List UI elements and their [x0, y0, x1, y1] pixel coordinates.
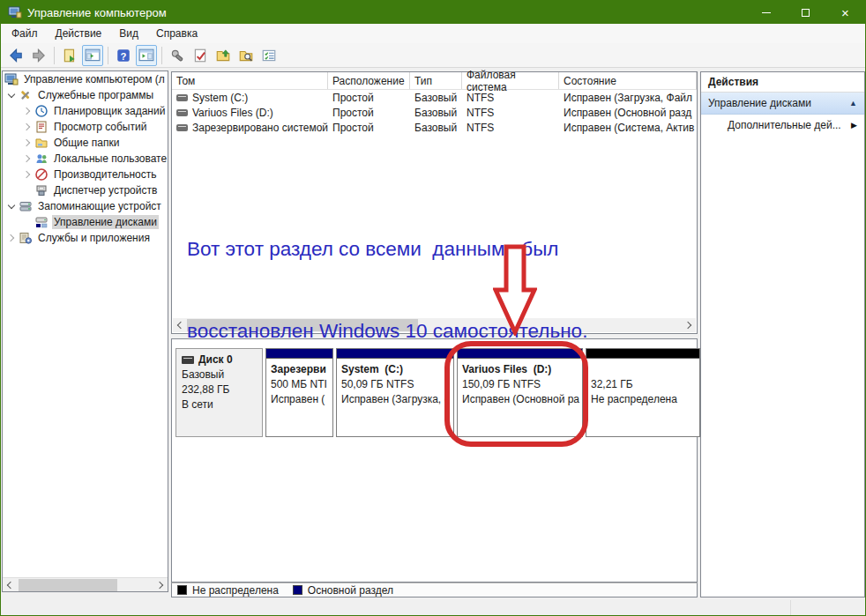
legend-swatch-primary — [293, 585, 302, 595]
back-icon[interactable] — [5, 45, 26, 66]
app-icon — [8, 5, 22, 19]
tools-icon — [19, 88, 33, 102]
check-document-icon[interactable] — [190, 45, 211, 66]
scroll-left-icon[interactable] — [3, 578, 17, 592]
sidebar-item-computer-management[interactable]: Управление компьютером (л — [3, 71, 168, 87]
computer-icon — [4, 72, 19, 86]
toolbar-separator — [161, 47, 162, 64]
shared-folders-icon — [34, 136, 49, 150]
red-down-arrow — [493, 244, 537, 336]
toolbar: ? — [1, 43, 865, 68]
sidebar-item-performance[interactable]: Производительность — [3, 167, 168, 182]
device-tool-icon[interactable] — [167, 45, 188, 66]
column-header-type[interactable]: Тип — [410, 72, 462, 89]
event-viewer-icon — [34, 120, 49, 134]
close-icon[interactable]: × — [825, 1, 865, 24]
column-header-layout[interactable]: Расположение — [328, 72, 410, 89]
legend-label-primary: Основной раздел — [308, 584, 393, 597]
table-row[interactable]: Зарезервировано системой Простой Базовый… — [172, 120, 697, 135]
volume-icon — [176, 109, 188, 116]
red-highlight-ring — [444, 341, 588, 447]
legend-swatch-unallocated — [177, 585, 187, 595]
disk0-info-box[interactable]: Диск 0 Базовый 232,88 ГБ В сети — [175, 348, 263, 437]
column-header-status[interactable]: Состояние — [559, 72, 697, 89]
toolbar-separator — [108, 47, 108, 64]
scroll-right-icon[interactable] — [153, 578, 168, 592]
scrollbar-thumb[interactable] — [19, 579, 117, 591]
sidebar-item-device-manager[interactable]: Диспетчер устройств — [3, 182, 168, 198]
partition-unallocated[interactable]: 32,21 ГБ Не распределена — [586, 348, 700, 437]
chevron-placeholder — [20, 183, 34, 197]
partition-color-stripe — [266, 349, 332, 359]
sidebar-item-task-scheduler[interactable]: Планировщик заданий — [3, 103, 168, 119]
chevron-right-icon[interactable] — [20, 152, 34, 166]
computer-management-window: Управление компьютером × Файл Действие В… — [0, 0, 866, 616]
scroll-left-icon[interactable] — [173, 318, 187, 332]
chevron-right-icon[interactable] — [4, 231, 19, 245]
volume-list-header: Том Расположение Тип Файловая система Со… — [172, 72, 697, 90]
actions-panel-title: Действия — [701, 72, 864, 93]
volume-icon — [176, 94, 188, 101]
sidebar-item-services[interactable]: Службы и приложения — [3, 230, 168, 246]
chevron-right-icon[interactable] — [20, 104, 34, 118]
folder-up-icon[interactable] — [213, 45, 234, 66]
chevron-right-icon[interactable] — [20, 136, 34, 150]
chevron-right-icon[interactable] — [20, 120, 34, 134]
partition-color-stripe — [586, 349, 699, 359]
collapse-icon[interactable]: ▲ — [849, 99, 857, 108]
menu-action[interactable]: Действие — [47, 25, 111, 42]
column-header-filesystem[interactable]: Файловая система — [462, 72, 559, 89]
disk-status: В сети — [182, 397, 257, 412]
show-console-tree-icon[interactable] — [82, 45, 103, 66]
disk-graphical-panel: Диск 0 Базовый 232,88 ГБ В сети Зарезерв… — [171, 338, 698, 583]
table-row[interactable]: Variuos Files (D:) Простой Базовый NTFS … — [172, 105, 697, 120]
legend-bar: Не распределена Основной раздел — [171, 583, 698, 597]
disk-icon — [182, 356, 194, 364]
disk-management-icon — [34, 215, 49, 229]
sidebar-item-local-users[interactable]: Локальные пользовате — [3, 151, 168, 167]
status-bar — [1, 598, 865, 616]
sidebar-item-disk-management[interactable]: Управление дисками — [3, 214, 168, 230]
window-title: Управление компьютером — [27, 6, 167, 19]
chevron-right-icon[interactable] — [20, 167, 34, 182]
sidebar-item-storage[interactable]: Запоминающие устройст — [3, 198, 168, 214]
local-users-icon — [34, 152, 49, 166]
tree-horizontal-scrollbar[interactable] — [3, 577, 168, 591]
chevron-down-icon[interactable] — [4, 199, 19, 213]
disk-name: Диск 0 — [198, 353, 233, 367]
status-bar-divider — [790, 600, 791, 615]
disk-size: 232,88 ГБ — [182, 382, 257, 397]
chevron-down-icon[interactable] — [4, 88, 19, 102]
list-properties-icon[interactable] — [258, 45, 280, 66]
table-row[interactable]: System (C:) Простой Базовый NTFS Исправе… — [172, 90, 697, 105]
actions-item-more-actions[interactable]: Дополнительные дей... ▶ — [701, 115, 864, 136]
sidebar-item-event-viewer[interactable]: Просмотр событий — [3, 119, 168, 135]
menu-view[interactable]: Вид — [110, 25, 147, 42]
actions-panel: Действия Управление дисками ▲ Дополнител… — [700, 71, 865, 597]
sidebar-item-shared-folders[interactable]: Общие папки — [3, 135, 168, 151]
export-list-icon[interactable] — [59, 45, 80, 66]
legend-label-unallocated: Не распределена — [192, 584, 279, 597]
actions-group-disk-management[interactable]: Управление дисками ▲ — [701, 93, 864, 115]
performance-icon — [34, 167, 49, 182]
partition-system-reserved[interactable]: Зарезерви 500 МБ NTI Исправен ( — [265, 348, 333, 437]
storage-devices-icon — [19, 199, 33, 213]
volume-icon — [176, 124, 188, 131]
forward-icon[interactable] — [28, 45, 49, 66]
title-bar: Управление компьютером × — [1, 1, 865, 24]
sidebar-item-system-tools[interactable]: Служебные программы — [3, 87, 168, 103]
disk-type: Базовый — [182, 367, 257, 382]
folder-find-icon[interactable] — [235, 45, 257, 66]
column-header-volume[interactable]: Том — [172, 72, 328, 89]
svg-text:?: ? — [121, 50, 127, 61]
maximize-icon[interactable] — [786, 1, 825, 24]
menu-file[interactable]: Файл — [3, 25, 47, 42]
scroll-right-icon[interactable] — [682, 318, 696, 332]
minimize-icon[interactable] — [746, 1, 786, 24]
help-icon[interactable]: ? — [113, 45, 134, 66]
toolbar-separator — [54, 47, 55, 64]
partition-system-c[interactable]: System (C:) 50,09 ГБ NTFS Исправен (Загр… — [336, 348, 454, 437]
menu-help[interactable]: Справка — [147, 25, 206, 42]
show-action-pane-icon[interactable] — [136, 45, 157, 66]
task-scheduler-icon — [34, 104, 49, 118]
